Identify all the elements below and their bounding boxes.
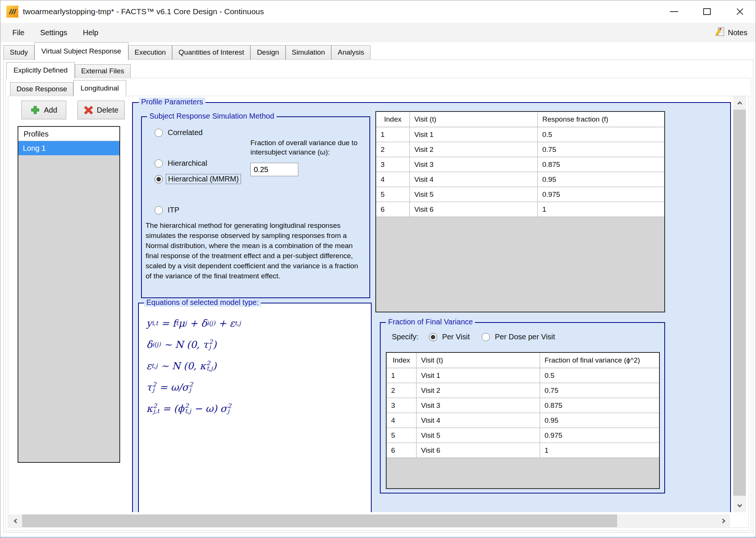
scroll-right-button[interactable] — [717, 514, 730, 527]
response-table-cell[interactable]: 0.5 — [538, 127, 664, 142]
response-table-cell[interactable]: 4 — [376, 172, 410, 187]
response-table-cell[interactable]: Visit 3 — [410, 157, 538, 172]
variance-table-cell[interactable]: Visit 1 — [417, 368, 540, 383]
tab-explicitly-defined[interactable]: Explicitly Defined — [6, 62, 75, 79]
vertical-scrollbar-thumb[interactable] — [733, 110, 746, 496]
tab-external-files[interactable]: External Files — [75, 64, 131, 78]
profiles-list[interactable]: Profiles Long 1 — [18, 126, 120, 463]
tab-analysis[interactable]: Analysis — [331, 45, 371, 59]
response-table-cell[interactable]: 0.875 — [538, 157, 664, 172]
variance-table-cell[interactable]: Visit 6 — [417, 443, 540, 458]
scroll-down-button[interactable] — [733, 499, 746, 512]
tab-simulation[interactable]: Simulation — [286, 45, 332, 59]
response-table-row[interactable]: 2Visit 20.75 — [376, 142, 664, 157]
radio-hierarchical-icon[interactable] — [155, 159, 163, 168]
radio-correlated-icon[interactable] — [155, 129, 163, 137]
variance-table-cell[interactable]: Visit 2 — [417, 383, 540, 398]
radio-option-hierarchical[interactable]: Hierarchical — [155, 159, 207, 168]
tab-longitudinal[interactable]: Longitudinal — [73, 80, 126, 97]
tab-study[interactable]: Study — [3, 45, 34, 59]
window-bottom-edge — [0, 537, 756, 538]
variance-table-cell[interactable]: 5 — [387, 428, 417, 443]
response-table-row[interactable]: 3Visit 30.875 — [376, 157, 664, 172]
response-table-cell[interactable]: Visit 5 — [410, 187, 538, 202]
variance-table-cell[interactable]: Visit 5 — [417, 428, 540, 443]
response-table-cell[interactable]: 0.75 — [538, 142, 664, 157]
variance-table-cell[interactable]: 2 — [387, 383, 417, 398]
add-button[interactable]: Add — [21, 101, 66, 119]
variance-table-cell[interactable]: 1 — [387, 368, 417, 383]
subsup-script: 2j — [209, 339, 213, 350]
subsup-script: 2j,t — [153, 403, 159, 414]
horizontal-scrollbar[interactable] — [9, 514, 730, 527]
variance-table-cell[interactable]: 0.875 — [540, 398, 659, 413]
response-table-cell[interactable]: 6 — [376, 202, 410, 217]
variance-table-row[interactable]: 4Visit 40.95 — [387, 413, 659, 428]
variance-table-cell[interactable]: Visit 4 — [417, 413, 540, 428]
horizontal-scrollbar-thumb[interactable] — [22, 514, 617, 527]
response-table-cell[interactable]: 5 — [376, 187, 410, 202]
delete-button[interactable]: Delete — [77, 101, 125, 119]
variance-table-row[interactable]: 1Visit 10.5 — [387, 368, 659, 383]
response-table-row[interactable]: 5Visit 50.975 — [376, 187, 664, 202]
response-table-cell[interactable]: Visit 1 — [410, 127, 538, 142]
vertical-scrollbar[interactable] — [733, 96, 746, 512]
variance-table-cell[interactable]: 4 — [387, 413, 417, 428]
response-table-cell[interactable]: 0.95 — [538, 172, 664, 187]
notes-button[interactable]: Notes — [714, 23, 747, 42]
variance-table-cell[interactable]: 1 — [540, 443, 659, 458]
menu-help[interactable]: Help — [81, 27, 101, 39]
minimize-button[interactable] — [658, 0, 691, 23]
response-table-cell[interactable]: 1 — [376, 127, 410, 142]
radio-per-visit-icon[interactable] — [429, 333, 437, 341]
response-table-cell[interactable]: Visit 6 — [410, 202, 538, 217]
titlebar: twoarmearlystopping-tmp* - FACTS™ v6.1 C… — [0, 0, 756, 23]
response-table-cell[interactable]: 3 — [376, 157, 410, 172]
response-table-cell[interactable]: Visit 2 — [410, 142, 538, 157]
variance-table-cell[interactable]: 0.95 — [540, 413, 659, 428]
variance-table-cell[interactable]: 0.975 — [540, 428, 659, 443]
response-table-cell[interactable]: 0.975 — [538, 187, 664, 202]
radio-option-hierarchical-mmrm[interactable]: Hierarchical (MMRM) — [155, 174, 241, 184]
response-table-cell[interactable]: 2 — [376, 142, 410, 157]
response-table-row[interactable]: 6Visit 61 — [376, 202, 664, 217]
variance-table-cell[interactable]: 0.75 — [540, 383, 659, 398]
response-table-cell[interactable]: 1 — [538, 202, 664, 217]
chevron-right-icon — [720, 519, 725, 523]
menu-settings[interactable]: Settings — [38, 27, 69, 39]
radio-itp-icon[interactable] — [155, 206, 163, 214]
variance-fraction-input[interactable] — [250, 163, 298, 176]
radio-per-dose-per-visit-icon[interactable] — [482, 333, 490, 341]
variance-table-row[interactable]: 3Visit 30.875 — [387, 398, 659, 413]
radio-option-itp[interactable]: ITP — [155, 206, 179, 214]
chevron-up-icon — [737, 101, 742, 106]
menu-file[interactable]: File — [10, 27, 27, 39]
scroll-left-button[interactable] — [9, 514, 21, 527]
radio-option-per-visit[interactable]: Per Visit — [429, 333, 470, 341]
variance-table-row[interactable]: 6Visit 61 — [387, 443, 659, 458]
variance-table-cell[interactable]: Visit 3 — [417, 398, 540, 413]
tab-quantities-of-interest[interactable]: Quantities of Interest — [172, 45, 250, 59]
radio-hierarchical-mmrm-icon[interactable] — [155, 175, 163, 183]
variance-table-cell[interactable]: 3 — [387, 398, 417, 413]
radio-option-correlated[interactable]: Correlated — [155, 128, 202, 137]
maximize-button[interactable] — [691, 0, 723, 23]
tab-design[interactable]: Design — [250, 45, 285, 59]
response-table-row[interactable]: 1Visit 10.5 — [376, 127, 664, 142]
variance-table-row[interactable]: 5Visit 50.975 — [387, 428, 659, 443]
method-description: The hierarchical method for generating l… — [146, 220, 366, 281]
profile-item-long-1[interactable]: Long 1 — [18, 141, 119, 155]
response-table-cell[interactable]: Visit 4 — [410, 172, 538, 187]
radio-option-per-dose-per-visit[interactable]: Per Dose per Visit — [482, 333, 555, 341]
close-button[interactable] — [723, 0, 756, 23]
variance-table-cell[interactable]: 6 — [387, 443, 417, 458]
tab-execution[interactable]: Execution — [128, 45, 172, 59]
tab-virtual-subject-response[interactable]: Virtual Subject Response — [34, 42, 128, 60]
scroll-up-button[interactable] — [733, 96, 746, 109]
radio-label-hierarchical-mmrm: Hierarchical (MMRM) — [166, 174, 241, 184]
variance-table-row[interactable]: 2Visit 20.75 — [387, 383, 659, 398]
tab-dose-response[interactable]: Dose Response — [10, 82, 73, 96]
window-title: twoarmearlystopping-tmp* - FACTS™ v6.1 C… — [23, 0, 264, 23]
response-table-row[interactable]: 4Visit 40.95 — [376, 172, 664, 187]
variance-table-cell[interactable]: 0.5 — [540, 368, 659, 383]
